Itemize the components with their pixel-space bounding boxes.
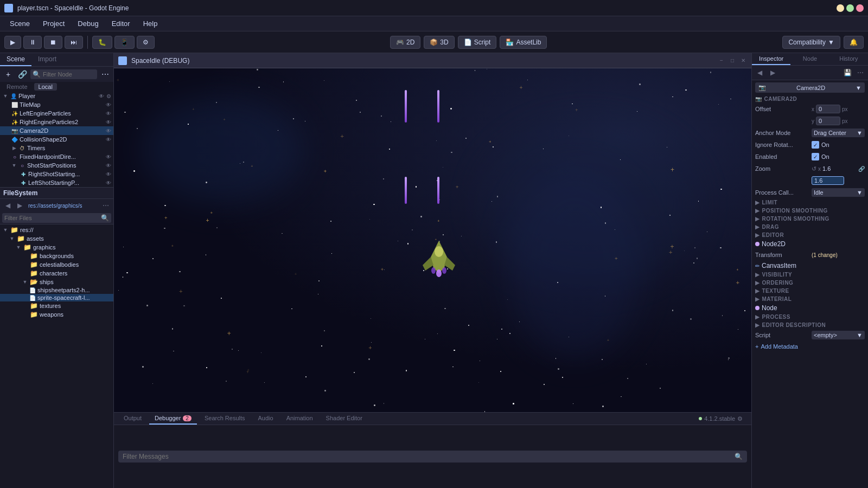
notification-button[interactable]: 🔔	[844, 36, 864, 49]
filter-files-input[interactable]	[4, 215, 99, 221]
menu-help[interactable]: Help	[138, 18, 163, 29]
tab-search-results[interactable]: Search Results	[199, 413, 251, 425]
menu-project[interactable]: Project	[37, 18, 70, 29]
game-viewport[interactable]: ++++++++++++++++++++++++++++++	[114, 68, 751, 412]
btn-script[interactable]: 📄 Script	[458, 36, 497, 49]
position-smoothing-section[interactable]: ▶ Position Smoothing	[752, 207, 868, 215]
tree-item-leftengine[interactable]: ✨ LeftEngineParticles 👁	[0, 109, 113, 118]
tree-item-camera2d[interactable]: 📷 Camera2D 👁	[0, 126, 113, 135]
play-button[interactable]: ▶	[4, 36, 21, 49]
zoom-x-input[interactable]	[812, 176, 844, 185]
minimize-button[interactable]	[837, 4, 844, 12]
stop-button[interactable]: ⏹	[44, 36, 62, 49]
tab-history[interactable]: History	[829, 53, 868, 65]
zoom-reset-icon[interactable]: ↺	[812, 165, 816, 172]
settings-button[interactable]: ⚙	[137, 36, 155, 49]
fs-item-weapons[interactable]: ▶ 📁 weapons	[0, 310, 113, 319]
process-callback-dropdown[interactable]: Idle ▼	[812, 188, 865, 197]
node-type-dropdown[interactable]: 📷 Camera2D ▼	[755, 82, 865, 93]
debug-options-button[interactable]: 🐛	[92, 36, 112, 49]
fs-item-characters[interactable]: ▶ 📁 characters	[0, 269, 113, 278]
tab-audio[interactable]: Audio	[253, 413, 279, 425]
material-section[interactable]: ▶ Material	[752, 295, 868, 303]
menu-scene[interactable]: Scene	[4, 18, 35, 29]
scene-options-button[interactable]: ⋯	[99, 68, 111, 80]
menu-debug[interactable]: Debug	[72, 18, 104, 29]
tree-item-player[interactable]: ▼ 👤 Player 👁 ⚙	[0, 92, 113, 100]
anchor-mode-dropdown[interactable]: Drag Center ▼	[812, 129, 865, 137]
btn-2d[interactable]: 🎮 2D	[390, 36, 420, 49]
step-button[interactable]: ⏭	[65, 36, 83, 49]
local-btn[interactable]: Local	[34, 83, 57, 91]
editor-section[interactable]: ▶ Editor	[752, 231, 868, 239]
fs-item-res[interactable]: ▼ 📁 res://	[0, 226, 113, 234]
tree-item-fixedhardpoint[interactable]: ○ FixedHardpointDire... 👁	[0, 152, 113, 161]
inspector-options-button[interactable]: ⋯	[855, 67, 866, 78]
fs-item-textures[interactable]: ▶ 📁 textures	[0, 301, 113, 310]
ignore-rot-checkbox[interactable]: ✓	[812, 141, 819, 149]
tab-import[interactable]: Import	[31, 53, 63, 66]
fs-item-graphics[interactable]: ▼ 📁 graphics	[0, 243, 113, 252]
filter-node-input[interactable]	[43, 71, 95, 78]
tab-animation[interactable]: Animation	[281, 413, 318, 425]
inspector-back-button[interactable]: ◀	[754, 67, 765, 78]
visibility-section[interactable]: ▶ Visibility	[752, 271, 868, 279]
tab-scene[interactable]: Scene	[0, 53, 31, 66]
fs-back-button[interactable]: ◀	[2, 200, 13, 211]
process-section[interactable]: ▶ Process	[752, 313, 868, 321]
fs-item-celestialbodies[interactable]: ▶ 📁 celestialbodies	[0, 260, 113, 269]
limit-section[interactable]: ▶ Limit	[752, 198, 868, 207]
offset-y-input[interactable]	[816, 117, 840, 125]
canvas-item-section[interactable]: ✏ CanvasItem	[752, 261, 868, 271]
close-button[interactable]	[856, 4, 864, 12]
tree-item-leftshot[interactable]: ✚ LeftShotStartingP... 👁	[0, 178, 113, 187]
renderer-select[interactable]: Compatibility ▼	[782, 36, 840, 49]
game-maximize-button[interactable]: □	[729, 57, 736, 65]
filter-messages-input[interactable]	[123, 453, 732, 460]
tab-debugger[interactable]: Debugger 2	[149, 413, 197, 425]
btn-assetlib[interactable]: 🏪 AssetLib	[500, 36, 547, 49]
fs-item-backgrounds[interactable]: ▶ 📁 backgrounds	[0, 252, 113, 260]
node2d-section[interactable]: Node2D	[752, 239, 868, 249]
tree-item-tilemap[interactable]: ⬜ TileMap 👁	[0, 100, 113, 109]
game-minimize-button[interactable]: −	[718, 57, 725, 65]
remote-btn[interactable]: Remote	[2, 83, 32, 91]
add-metadata-button[interactable]: + Add Metadata	[752, 341, 868, 352]
fs-item-ships[interactable]: ▼ 📂 ships	[0, 278, 113, 286]
tree-item-collision[interactable]: 🔷 CollisionShape2D 👁	[0, 135, 113, 144]
link-button[interactable]: 🔗	[16, 68, 28, 80]
btn-3d[interactable]: 📦 3D	[424, 36, 454, 49]
fs-forward-button[interactable]: ▶	[14, 200, 25, 211]
rotation-smoothing-section[interactable]: ▶ Rotation Smoothing	[752, 215, 868, 223]
fs-item-assets[interactable]: ▼ 📁 assets	[0, 234, 113, 243]
inspector-forward-button[interactable]: ▶	[767, 67, 778, 78]
enabled-checkbox[interactable]: ✓	[812, 153, 819, 160]
offset-x-input[interactable]	[816, 105, 840, 113]
game-close-button[interactable]: ✕	[739, 57, 747, 65]
camera2d-section-header[interactable]: 📷 Camera2D	[752, 95, 868, 103]
node-section[interactable]: Node	[752, 303, 868, 313]
fs-item-shipsheetparts[interactable]: 📄 shipsheetparts2-h...	[0, 286, 113, 294]
remote-debug-button[interactable]: 📱	[114, 36, 135, 49]
drag-section[interactable]: ▶ Drag	[752, 223, 868, 231]
rightengine-visibility: 👁	[106, 119, 111, 125]
maximize-button[interactable]	[846, 4, 854, 12]
fs-item-sprite-spacecraft[interactable]: 📄 sprite-spacecraft-l...	[0, 294, 113, 301]
tab-shader-editor[interactable]: Shader Editor	[321, 413, 368, 425]
texture-section[interactable]: ▶ Texture	[752, 287, 868, 295]
tree-item-rightshot[interactable]: ✚ RightShotStarting... 👁	[0, 170, 113, 178]
tree-item-timers[interactable]: ▶ ⏱ Timers	[0, 144, 113, 152]
tab-node[interactable]: Node	[790, 53, 829, 65]
tree-item-rightengine[interactable]: ✨ RightEngineParticles2 👁	[0, 118, 113, 126]
tree-item-shotstart[interactable]: ▼ ○ ShotStartPositions 👁	[0, 161, 113, 170]
pause-button[interactable]: ⏸	[23, 36, 42, 49]
menu-editor[interactable]: Editor	[106, 18, 136, 29]
tab-inspector[interactable]: Inspector	[752, 53, 790, 65]
ordering-section[interactable]: ▶ Ordering	[752, 279, 868, 287]
inspector-save-button[interactable]: 💾	[842, 67, 853, 78]
add-node-button[interactable]: +	[2, 68, 14, 80]
tab-output[interactable]: Output	[118, 413, 147, 425]
script-dropdown[interactable]: <empty> ▼	[812, 331, 865, 339]
editor-desc-section[interactable]: ▶ Editor Description	[752, 321, 868, 329]
fs-options-button[interactable]: ⋯	[100, 200, 111, 211]
